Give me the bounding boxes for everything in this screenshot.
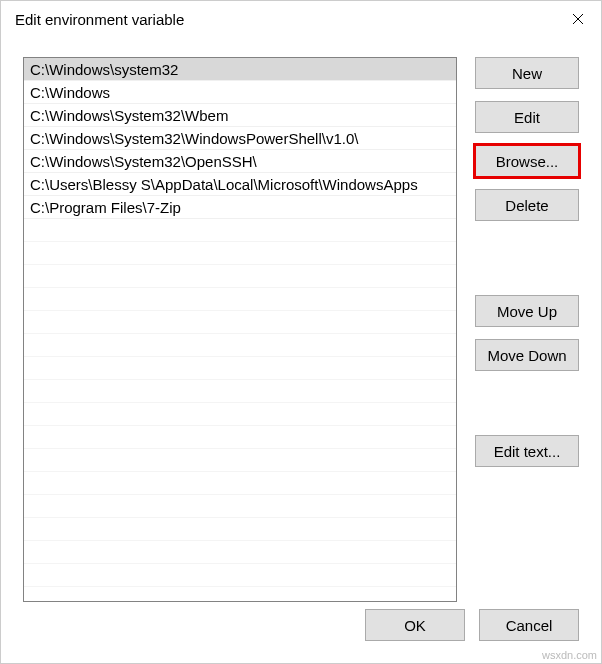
list-item-empty[interactable] <box>24 357 456 380</box>
list-item-empty[interactable] <box>24 564 456 587</box>
list-item[interactable]: C:\Program Files\7-Zip <box>24 196 456 219</box>
list-item-empty[interactable] <box>24 242 456 265</box>
list-item-empty[interactable] <box>24 518 456 541</box>
edit-button[interactable]: Edit <box>475 101 579 133</box>
list-item-empty[interactable] <box>24 495 456 518</box>
list-item-empty[interactable] <box>24 311 456 334</box>
list-item[interactable]: C:\Windows\system32 <box>24 58 456 81</box>
edit-text-button[interactable]: Edit text... <box>475 435 579 467</box>
list-item-empty[interactable] <box>24 288 456 311</box>
path-listbox[interactable]: C:\Windows\system32C:\WindowsC:\Windows\… <box>23 57 457 602</box>
spacer <box>475 233 579 283</box>
dialog-content: C:\Windows\system32C:\WindowsC:\Windows\… <box>1 37 601 663</box>
ok-button[interactable]: OK <box>365 609 465 641</box>
list-item-empty[interactable] <box>24 426 456 449</box>
button-column: New Edit Browse... Delete Move Up Move D… <box>475 57 579 602</box>
close-button[interactable] <box>555 1 601 37</box>
new-button[interactable]: New <box>475 57 579 89</box>
list-item[interactable]: C:\Windows <box>24 81 456 104</box>
list-item[interactable]: C:\Windows\System32\WindowsPowerShell\v1… <box>24 127 456 150</box>
list-item[interactable]: C:\Windows\System32\OpenSSH\ <box>24 150 456 173</box>
list-item-empty[interactable] <box>24 403 456 426</box>
cancel-button[interactable]: Cancel <box>479 609 579 641</box>
browse-button[interactable]: Browse... <box>475 145 579 177</box>
list-item-empty[interactable] <box>24 449 456 472</box>
list-item[interactable]: C:\Users\Blessy S\AppData\Local\Microsof… <box>24 173 456 196</box>
list-item-empty[interactable] <box>24 472 456 495</box>
move-up-button[interactable]: Move Up <box>475 295 579 327</box>
list-item-empty[interactable] <box>24 541 456 564</box>
move-down-button[interactable]: Move Down <box>475 339 579 371</box>
dialog-footer: OK Cancel <box>365 609 579 641</box>
list-item-empty[interactable] <box>24 380 456 403</box>
close-icon <box>572 13 584 25</box>
list-item[interactable]: C:\Windows\System32\Wbem <box>24 104 456 127</box>
window-title: Edit environment variable <box>15 11 184 28</box>
titlebar: Edit environment variable <box>1 1 601 37</box>
main-row: C:\Windows\system32C:\WindowsC:\Windows\… <box>23 57 579 602</box>
spacer <box>475 383 579 423</box>
delete-button[interactable]: Delete <box>475 189 579 221</box>
list-item-empty[interactable] <box>24 219 456 242</box>
list-item-empty[interactable] <box>24 334 456 357</box>
list-item-empty[interactable] <box>24 265 456 288</box>
